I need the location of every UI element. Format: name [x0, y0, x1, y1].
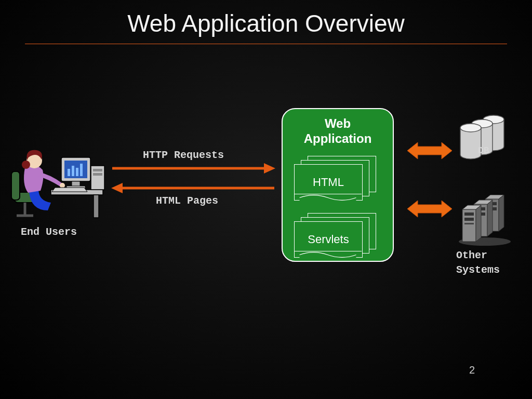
- html-pages-label: HTML Pages: [156, 195, 218, 207]
- end-user-illustration: [10, 143, 107, 223]
- diagram-canvas: End Users HTTP Requests HTML Pages Web A…: [0, 0, 532, 399]
- svg-marker-45: [476, 205, 481, 242]
- svg-marker-21: [264, 163, 275, 174]
- svg-rect-46: [464, 212, 474, 216]
- arrow-to-db: [406, 140, 453, 161]
- svg-rect-16: [76, 168, 78, 176]
- servlets-block-label: Servlets: [308, 233, 349, 246]
- svg-rect-8: [94, 195, 99, 218]
- web-application-title: Web Application: [291, 116, 384, 147]
- svg-rect-17: [80, 164, 83, 176]
- http-requests-label: HTTP Requests: [143, 149, 224, 161]
- svg-marker-23: [111, 183, 123, 193]
- svg-marker-25: [407, 201, 452, 217]
- svg-point-31: [460, 124, 481, 132]
- end-users-label: End Users: [21, 226, 77, 238]
- svg-rect-11: [93, 173, 102, 176]
- html-block-label: HTML: [313, 176, 344, 189]
- svg-rect-48: [464, 223, 474, 224]
- arrow-html-pages: [110, 181, 276, 195]
- arrow-http-requests: [110, 161, 276, 176]
- svg-marker-40: [487, 200, 493, 236]
- html-stack: HTML: [294, 156, 381, 200]
- svg-rect-47: [464, 218, 474, 221]
- arrow-to-other-systems: [406, 198, 453, 219]
- servlets-stack: Servlets: [294, 213, 381, 257]
- other-systems-label: Other Systems: [456, 248, 500, 277]
- page-number: 2: [469, 364, 475, 376]
- svg-rect-14: [68, 169, 70, 176]
- svg-marker-35: [499, 195, 504, 231]
- db-label: DB: [478, 145, 489, 156]
- svg-marker-24: [407, 142, 452, 159]
- web-application-box: Web Application HTML Servlets: [282, 108, 394, 262]
- svg-rect-15: [72, 166, 74, 176]
- other-systems-icon: [456, 195, 513, 249]
- svg-rect-10: [93, 169, 102, 171]
- svg-rect-1: [11, 171, 20, 200]
- svg-point-6: [22, 161, 30, 169]
